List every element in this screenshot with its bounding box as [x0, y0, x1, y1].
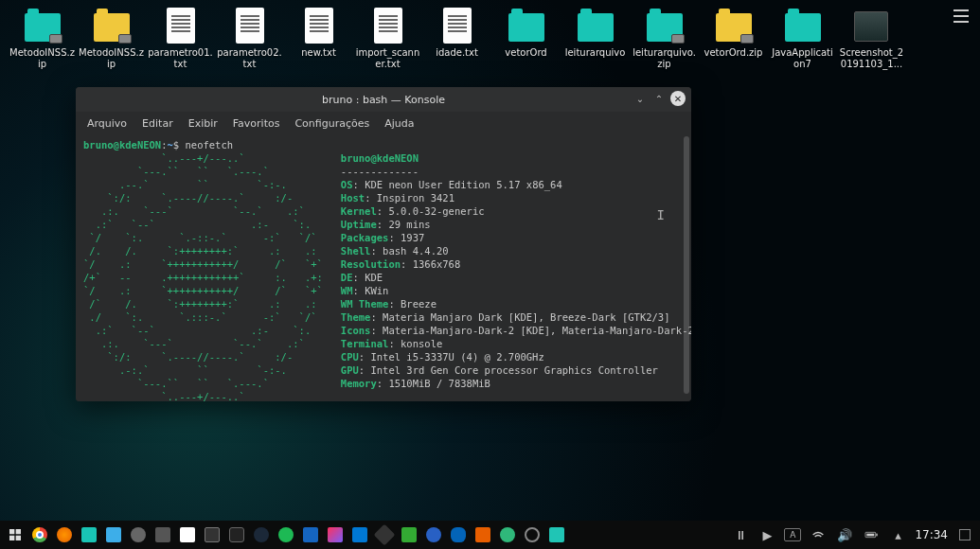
text-file-icon	[370, 8, 406, 44]
desktop-icon[interactable]: MetodoINSS.zip	[8, 6, 77, 70]
phone-icon[interactable]	[227, 525, 246, 544]
activities-burger-icon[interactable]	[953, 9, 969, 23]
desktop-icon[interactable]: idade.txt	[422, 6, 491, 70]
desktop-icon[interactable]: import_scanner.txt	[353, 6, 422, 70]
desktop-icon-label: MetodoINSS.zip	[79, 47, 145, 70]
desktop-icon[interactable]: parametro01.txt	[146, 6, 215, 70]
menu-exibir[interactable]: Exibir	[188, 117, 218, 130]
desktop-icon-label: idade.txt	[436, 47, 478, 59]
circle-icon[interactable]	[523, 525, 542, 544]
keyboard-caps-icon[interactable]: A	[784, 528, 801, 541]
panel-clock[interactable]: 17:34	[915, 528, 948, 541]
battery-tray-icon[interactable]	[862, 525, 881, 544]
zip-folder-icon	[94, 8, 130, 44]
window-title: bruno : bash — Konsole	[322, 94, 445, 106]
desktop-icon[interactable]: JavaApplication7	[768, 6, 837, 70]
desktop-icon-label: leiturarquivo	[565, 47, 626, 59]
text-file-icon	[232, 8, 268, 44]
cyan-icon[interactable]	[547, 525, 566, 544]
desktop-icon-label: vetorOrd	[505, 47, 546, 59]
desktop-icon[interactable]: leiturarquivo.zip	[630, 6, 699, 70]
desktop-icon-label: JavaApplication7	[770, 47, 836, 70]
netbeans-icon[interactable]	[301, 525, 320, 544]
pause-tray-icon[interactable]: ⏸	[731, 525, 750, 544]
desktop-icon-label: parametro02.txt	[217, 47, 283, 70]
files-icon[interactable]	[80, 525, 98, 544]
desktop-icon[interactable]: MetodoINSS.zip	[77, 6, 146, 70]
menu-editar[interactable]: Editar	[142, 117, 173, 130]
discover-icon[interactable]	[104, 525, 123, 544]
desktop-icon[interactable]: leiturarquivo	[561, 6, 630, 70]
text-cursor-icon: 𝙸	[657, 208, 665, 221]
zip-folder-icon	[716, 8, 752, 44]
desktop-icon-label: Screenshot_20191103_1...	[839, 47, 905, 70]
menu-arquivo[interactable]: Arquivo	[87, 117, 127, 130]
desktop-icon[interactable]: vetorOrd	[491, 6, 561, 70]
inkscape-icon[interactable]	[375, 525, 394, 544]
desktop-icon[interactable]: Screenshot_20191103_1...	[837, 6, 906, 70]
svg-rect-1	[867, 534, 875, 537]
text-file-icon	[301, 8, 337, 44]
folder-icon	[578, 8, 614, 44]
close-button[interactable]: ✕	[670, 91, 686, 106]
window-titlebar[interactable]: bruno : bash — Konsole ⌄ ⌃ ✕	[76, 87, 691, 112]
wifi-tray-icon[interactable]	[809, 525, 828, 544]
konsole-window: bruno : bash — Konsole ⌄ ⌃ ✕ ArquivoEdit…	[76, 87, 691, 401]
expand-tray-icon[interactable]: ▴	[888, 525, 907, 544]
menu-favoritos[interactable]: Favoritos	[233, 117, 280, 130]
calc-icon[interactable]	[203, 525, 222, 544]
volume-tray-icon[interactable]: 🔊	[835, 525, 854, 544]
text-file-icon	[439, 8, 475, 44]
desktop-icon[interactable]: new.txt	[284, 6, 353, 70]
taskbar-panel: ⏸ ▶ A 🔊 ▴ 17:34	[0, 521, 980, 549]
text-file-icon	[163, 8, 199, 44]
kate-icon[interactable]	[153, 525, 172, 544]
menu-configurações[interactable]: Configurações	[294, 117, 369, 130]
terminal-content: bruno@kdeNEON:~$ neofetch `..---+/---..`…	[83, 138, 684, 401]
chrome-icon[interactable]	[30, 525, 49, 544]
editor-icon[interactable]	[400, 525, 419, 544]
onedrive-icon[interactable]	[449, 525, 468, 544]
menu-ajuda[interactable]: Ajuda	[384, 117, 414, 130]
minimize-button[interactable]: ⌄	[633, 91, 648, 106]
app-launcher-icon[interactable]	[6, 525, 25, 544]
menu-bar: ArquivoEditarExibirFavoritosConfiguraçõe…	[76, 112, 691, 134]
spotify-icon[interactable]	[276, 525, 295, 544]
steam-icon[interactable]	[252, 525, 271, 544]
firefox-icon[interactable]	[55, 525, 74, 544]
show-desktop-icon[interactable]	[955, 525, 974, 544]
maximize-button[interactable]: ⌃	[651, 91, 667, 106]
desktop-icon[interactable]: parametro02.txt	[215, 6, 284, 70]
desktop-icon-label: vetorOrd.zip	[704, 47, 763, 59]
image-file-icon	[854, 8, 890, 44]
desktop-icon-label: MetodoINSS.zip	[9, 47, 76, 70]
svg-rect-2	[877, 534, 878, 537]
settings-icon[interactable]	[129, 525, 148, 544]
desktop-icon[interactable]: vetorOrd.zip	[699, 6, 768, 70]
terminal-viewport[interactable]: bruno@kdeNEON:~$ neofetch `..---+/---..`…	[76, 134, 691, 401]
reload-icon[interactable]	[498, 525, 517, 544]
vlc-icon[interactable]	[473, 525, 492, 544]
desktop-icons: MetodoINSS.zipMetodoINSS.zipparametro01.…	[8, 6, 972, 70]
desktop-icon-label: parametro01.txt	[148, 47, 214, 70]
play-tray-icon[interactable]: ▶	[757, 525, 776, 544]
zip-folder-icon	[25, 8, 61, 44]
stacer-icon[interactable]	[424, 525, 443, 544]
intellij-icon[interactable]	[326, 525, 345, 544]
desktop-icon-label: new.txt	[301, 47, 336, 59]
folder-icon	[508, 8, 544, 44]
desktop-icon-label: import_scanner.txt	[355, 47, 421, 70]
zip-folder-icon	[647, 8, 683, 44]
desktop-icon-label: leiturarquivo.zip	[632, 47, 698, 70]
vscode-icon[interactable]	[350, 525, 369, 544]
folder-icon	[785, 8, 821, 44]
terminal-scrollbar[interactable]	[684, 136, 689, 394]
libreoffice-icon[interactable]	[178, 525, 197, 544]
